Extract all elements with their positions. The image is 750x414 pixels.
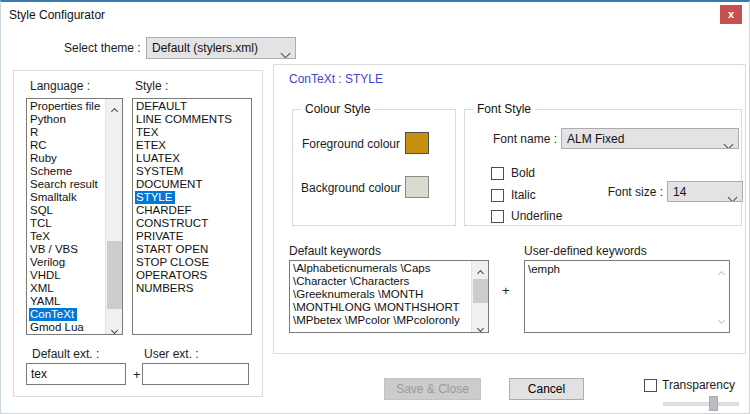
colour-style-groupbox: Colour Style Foreground colour Backgroun… [292, 109, 456, 226]
list-item[interactable]: LINE COMMENTS [135, 113, 235, 126]
user-keywords-textarea[interactable]: \emph [524, 260, 730, 333]
list-item[interactable]: Properties file [29, 100, 103, 113]
list-item[interactable]: Scheme [29, 165, 75, 178]
chevron-down-icon [719, 313, 724, 326]
user-keywords-value: \emph [528, 263, 560, 275]
list-item[interactable]: NUMBERS [135, 282, 197, 295]
language-groupbox: Language : Properties filePythonRRCRubyS… [13, 70, 263, 397]
scrollbar-thumb[interactable] [107, 241, 122, 309]
transparency-slider-track[interactable] [663, 402, 739, 406]
font-size-value: 14 [673, 185, 686, 199]
list-item[interactable]: STYLE [135, 191, 175, 204]
list-item[interactable]: SQL [29, 204, 56, 217]
theme-dropdown-value: Default (stylers.xml) [152, 41, 258, 55]
colour-style-title: Colour Style [301, 102, 374, 116]
language-listbox[interactable]: Properties filePythonRRCRubySchemeSearch… [26, 98, 123, 335]
save-and-close-button[interactable]: Save & Close [384, 378, 481, 400]
font-size-dropdown[interactable]: 14 [667, 181, 743, 202]
font-name-dropdown[interactable]: ALM Fixed [561, 128, 739, 149]
user-ext-label: User ext. : [144, 347, 199, 361]
list-item[interactable]: XML [29, 282, 57, 295]
font-size-label: Font size : [595, 185, 663, 199]
list-item[interactable]: Gmod Lua [29, 321, 87, 334]
default-ext-label: Default ext. : [32, 347, 99, 361]
list-item[interactable]: CONSTRUCT [135, 217, 211, 230]
list-item[interactable]: Python [29, 113, 69, 126]
list-item[interactable]: DEFAULT [135, 100, 190, 113]
styler-groupbox: ConTeXt : STYLE Colour Style Foreground … [273, 64, 746, 354]
transparency-checkbox[interactable] [644, 379, 657, 392]
bold-checkbox[interactable] [491, 167, 504, 180]
user-ext-input[interactable] [142, 363, 249, 385]
italic-label: Italic [511, 188, 536, 202]
user-keywords-label: User-defined keywords [524, 244, 647, 258]
list-item[interactable]: RC [29, 139, 50, 152]
list-item[interactable]: Smalltalk [29, 191, 80, 204]
font-name-value: ALM Fixed [567, 132, 624, 146]
list-item[interactable]: CHARDEF [135, 204, 195, 217]
list-item[interactable]: TEX [135, 126, 161, 139]
bold-label: Bold [511, 166, 535, 180]
foreground-colour-swatch[interactable] [405, 132, 429, 154]
list-item[interactable]: Verilog [29, 256, 68, 269]
scroll-down-icon[interactable] [106, 318, 122, 334]
list-item[interactable]: Search result [29, 178, 101, 191]
list-item[interactable]: START OPEN [135, 243, 211, 256]
background-colour-swatch[interactable] [405, 176, 429, 198]
list-item[interactable]: Ruby [29, 152, 60, 165]
list-item[interactable]: DOCUMENT [135, 178, 205, 191]
window-title: Style Configurator [9, 8, 105, 22]
scrollbar-thumb[interactable] [473, 279, 488, 303]
theme-dropdown[interactable]: Default (stylers.xml) [146, 37, 296, 59]
close-icon[interactable]: x [720, 5, 742, 24]
list-item[interactable]: YAML [29, 295, 63, 308]
italic-checkbox[interactable] [491, 189, 504, 202]
list-item[interactable]: LUATEX [135, 152, 183, 165]
cancel-button[interactable]: Cancel [509, 378, 584, 400]
list-item[interactable]: SYSTEM [135, 165, 186, 178]
select-theme-label: Select theme : [64, 41, 141, 55]
language-scrollbar[interactable] [105, 99, 122, 334]
list-item[interactable]: TCL [29, 217, 55, 230]
keywords-plus-sign: + [502, 283, 510, 298]
ext-plus-sign: + [133, 367, 141, 382]
list-item[interactable]: TeX [29, 230, 53, 243]
style-label: Style : [135, 79, 168, 93]
scroll-up-icon[interactable] [106, 99, 122, 115]
styler-title: ConTeXt : STYLE [289, 72, 383, 86]
list-item[interactable]: \MONTHLONG \MONTHSHORT [292, 301, 463, 314]
list-item[interactable]: \Alphabeticnumerals \Caps [292, 262, 433, 275]
default-ext-input[interactable]: tex [26, 363, 126, 385]
foreground-colour-label: Foreground colour [301, 137, 400, 151]
list-item[interactable]: VB / VBS [29, 243, 81, 256]
keywords-scrollbar[interactable] [471, 261, 488, 332]
list-item[interactable]: \Greeknumerals \MONTH [292, 288, 426, 301]
transparency-slider-thumb[interactable] [709, 396, 718, 411]
list-item[interactable]: PRIVATE [135, 230, 187, 243]
list-item[interactable]: VHDL [29, 269, 64, 282]
list-item[interactable]: ConTeXt [29, 308, 77, 321]
style-listbox[interactable]: DEFAULTLINE COMMENTSTEXETEXLUATEXSYSTEMD… [132, 98, 252, 335]
list-item[interactable]: \Character \Characters [292, 275, 412, 288]
chevron-down-icon [282, 43, 289, 59]
scroll-down-icon[interactable] [472, 316, 488, 332]
chevron-up-icon [719, 267, 724, 280]
default-keywords-label: Default keywords [289, 244, 381, 258]
font-style-groupbox: Font Style Font name : ALM Fixed Bold It… [464, 109, 742, 226]
list-item[interactable]: R [29, 126, 41, 139]
style-configurator-dialog: Style Configurator x Select theme : Defa… [0, 0, 750, 414]
language-label: Language : [30, 79, 90, 93]
list-item[interactable]: \MPbetex \MPcolor \MPcoloronly [292, 314, 463, 327]
underline-label: Underline [511, 209, 562, 223]
background-colour-label: Background colour [301, 181, 400, 195]
font-name-label: Font name : [471, 132, 557, 146]
scroll-up-icon[interactable] [472, 261, 488, 277]
list-item[interactable]: STOP CLOSE [135, 256, 212, 269]
underline-checkbox[interactable] [491, 210, 504, 223]
chevron-down-icon [725, 134, 732, 150]
list-item[interactable]: ETEX [135, 139, 169, 152]
list-item[interactable]: OPERATORS [135, 269, 210, 282]
default-keywords-listbox[interactable]: \Alphabeticnumerals \Caps\Character \Cha… [289, 260, 489, 333]
chevron-down-icon [729, 187, 736, 203]
font-style-title: Font Style [473, 102, 535, 116]
